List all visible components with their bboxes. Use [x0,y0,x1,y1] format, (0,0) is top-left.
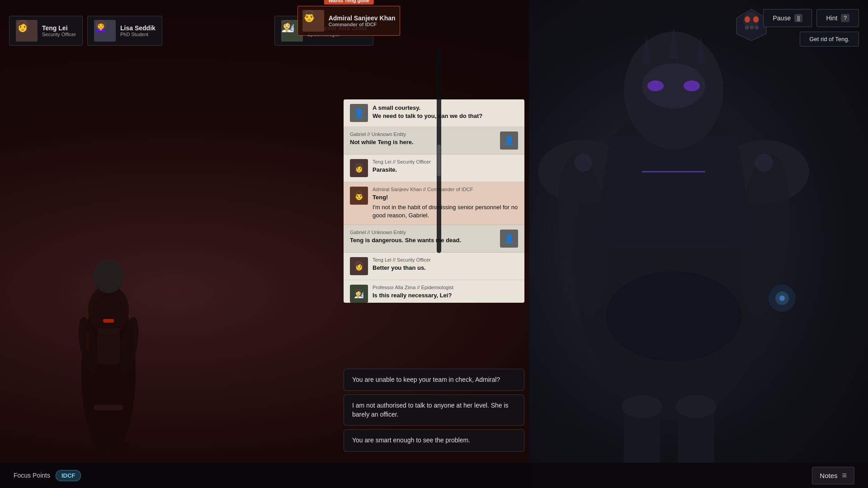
objective-label: Get rid of Teng. [809,36,849,42]
svg-rect-41 [745,26,749,29]
svg-point-20 [684,80,700,91]
dialogue-entry-2: Gabriel // Unknown Entity Not while Teng… [344,127,524,155]
character-card-lisa[interactable]: 👩‍🦱 Lisa Seddik PhD Student [87,16,162,46]
objective-button[interactable]: Get rid of Teng. [800,32,859,47]
svg-rect-43 [755,26,759,29]
focus-points-label: Focus Points [14,472,50,479]
entry-avatar-1: 👤 [350,104,368,122]
entry-speaker-2: Gabriel // Unknown Entity [350,131,495,137]
entry-avatar-2-right: 👤 [500,131,518,150]
svg-rect-4 [103,319,114,323]
dialogue-entry-4: 👨 Admiral Sanjeev Khan // Commander of I… [344,182,524,225]
svg-point-40 [753,16,759,23]
expand-icon: ≡ [842,471,847,480]
svg-rect-8 [97,441,111,464]
dialogue-panel: 👤 A small courtesy. We need to talk to y… [344,99,524,303]
dialogue-scrollbar[interactable] [437,50,441,253]
entry-avatar-7: 👩‍🔬 [350,285,368,303]
bottom-bar: Focus Points IDCF Notes ≡ [0,463,868,488]
character-card-khan[interactable]: Wants Teng gone 👨 Admiral Sanjeev Khan C… [297,6,401,36]
svg-point-19 [647,80,664,91]
entry-avatar-6: 👩 [350,257,368,275]
pause-label: Pause [773,14,791,22]
svg-rect-10 [94,405,123,410]
dialogue-scroll[interactable]: 👤 A small courtesy. We need to talk to y… [344,99,524,303]
char-name-lisa: Lisa Seddik [120,24,156,32]
entry-speaker-6: Teng Lei // Security Officer [373,257,518,263]
idcf-badge: IDCF [56,470,81,481]
char-role-lisa: PhD Student [120,32,156,37]
svg-rect-11 [97,328,120,364]
svg-point-39 [745,16,750,23]
dialogue-entry-6: 👩 Teng Lei // Security Officer Better yo… [344,253,524,280]
svg-point-3 [93,259,124,293]
char-role-khan: Commander of IDCF [329,22,396,27]
notes-label: Notes [820,472,837,479]
entry-text-4a: Teng! [373,193,518,202]
entry-speaker-7: Professor Alla Zima // Epidemiologist [373,285,518,290]
choice-button-3[interactable]: You are smart enough to see the problem. [344,429,524,452]
entry-speaker-3: Teng Lei // Security Officer [373,159,518,164]
char-role-teng: Security Officer [42,32,76,37]
char-name-khan: Admiral Sanjeev Khan [329,14,396,22]
choice-text-3: You are smart enough to see the problem. [352,436,470,444]
svg-point-31 [676,395,717,418]
svg-point-33 [755,154,773,172]
entry-text-7: Is this really necessary, Lei? [373,291,518,300]
choice-panel: You are unable to keep your team in chec… [344,369,524,452]
notes-button[interactable]: Notes ≡ [812,467,854,484]
dialogue-entry-3: 👩 Teng Lei // Security Officer Parasite. [344,155,524,182]
svg-marker-16 [592,136,755,249]
entry-text-6: Better you than us. [373,264,518,272]
entry-text-1b: We need to talk to you, can we do that? [373,112,518,120]
entry-avatar-5-right: 👤 [500,230,518,248]
wants-tag: Wants Teng gone [324,0,373,5]
entry-text-4b: I'm not in the habit of dismissing senio… [373,203,518,220]
choice-text-1: You are unable to keep your team in chec… [352,376,500,383]
svg-rect-42 [750,26,754,29]
char-name-teng: Teng Lei [42,24,76,32]
svg-point-30 [622,395,662,418]
focus-points-section: Focus Points IDCF [14,470,81,481]
svg-point-36 [779,296,785,301]
dialogue-entry-7: 👩‍🔬 Professor Alla Zima // Epidemiologis… [344,280,524,303]
entry-text-2: Not while Teng is here. [350,138,495,146]
hint-shortcut: ? [841,14,849,22]
svg-rect-9 [115,441,129,464]
entry-text-5: Teng is dangerous. She wants me dead. [350,236,495,244]
entry-avatar-3: 👩 [350,159,368,177]
svg-point-32 [574,154,592,172]
pause-button[interactable]: Pause || [763,9,812,27]
entry-speaker-5: Gabriel // Unknown Entity [350,230,495,235]
top-right-controls: Pause || Hint ? Get rid of Teng. [763,9,859,47]
left-character [45,183,172,465]
entry-avatar-4: 👨 [350,187,368,205]
right-character-panel [529,0,868,488]
entry-text-1a: A small courtesy. [373,104,518,112]
dialogue-entry-1: 👤 A small courtesy. We need to talk to y… [344,99,524,127]
character-card-teng[interactable]: 👩 Teng Lei Security Officer [9,16,83,46]
entry-speaker-4: Admiral Sanjeev Khan // Commander of IDC… [373,187,518,192]
svg-point-27 [606,271,741,361]
choice-text-2: I am not authorised to talk to anyone at… [352,402,509,418]
choice-button-2[interactable]: I am not authorised to talk to anyone at… [344,394,524,426]
entry-text-3: Parasite. [373,166,518,174]
pause-shortcut: || [794,14,802,22]
hint-button[interactable]: Hint ? [816,9,859,27]
avatar-lisa: 👩‍🦱 [94,20,116,42]
dialogue-entry-5: Gabriel // Unknown Entity Teng is danger… [344,225,524,253]
avatar-teng: 👩 [16,20,38,42]
choice-button-1[interactable]: You are unable to keep your team in chec… [344,369,524,391]
scrollbar-thumb [437,145,441,176]
hint-label: Hint [826,14,837,22]
avatar-khan: 👨 [302,10,324,32]
